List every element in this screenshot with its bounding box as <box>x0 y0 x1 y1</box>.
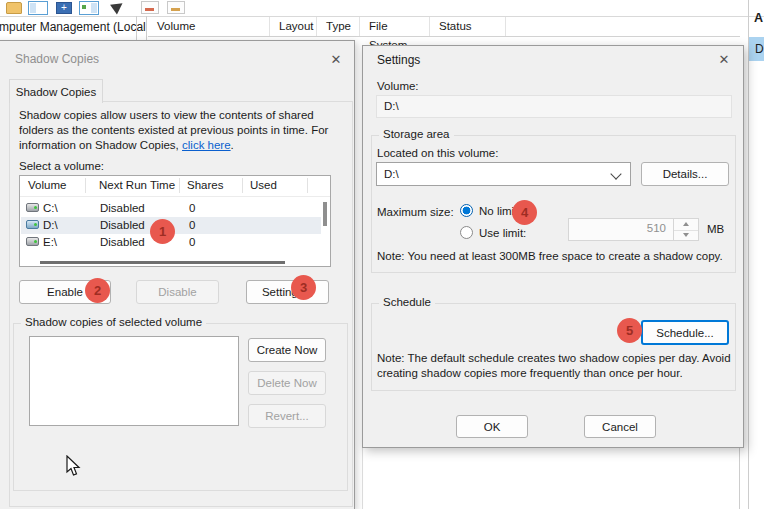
details-button[interactable]: Details... <box>641 162 729 186</box>
chevron-down-icon <box>610 168 621 179</box>
export-list-icon[interactable] <box>141 1 159 14</box>
volume-value: D:\ <box>384 100 399 112</box>
close-icon[interactable]: ✕ <box>709 47 739 71</box>
shadow-copies-tab-page <box>9 101 353 507</box>
add-snapin-icon[interactable]: + <box>56 2 72 14</box>
shadow-copies-dialog-title: Shadow Copies <box>15 52 99 66</box>
located-volume-combo[interactable]: D:\ <box>376 162 631 186</box>
content-pane-right-edge <box>739 448 740 509</box>
folder-icon[interactable] <box>6 2 22 14</box>
groupbox-label: Schedule <box>379 296 435 308</box>
maximum-size-label: Maximum size: <box>377 206 454 218</box>
details-label: Details... <box>663 168 708 180</box>
step-2-badge: 2 <box>85 278 110 303</box>
groupbox-label: Storage area <box>379 128 454 140</box>
mmc-toolbar: + <box>0 0 764 17</box>
column-header-type[interactable]: Type <box>317 17 360 36</box>
panel-splitter-edge <box>146 16 147 40</box>
ok-button[interactable]: OK <box>456 415 528 438</box>
volume-field: D:\ <box>376 95 732 118</box>
spinner-buttons <box>673 219 698 240</box>
tree-item-computer-management[interactable]: mputer Management (Local <box>0 20 146 34</box>
actions-item-label: D <box>755 42 764 56</box>
close-icon[interactable]: ✕ <box>321 47 351 71</box>
schedule-label: Schedule... <box>656 327 714 339</box>
tab-shadow-copies[interactable]: Shadow Copies <box>9 79 103 103</box>
actions-pane-divider <box>748 0 749 509</box>
actions-pane-selected-item[interactable]: D <box>749 37 764 61</box>
use-limit-radio[interactable] <box>460 226 473 239</box>
volume-list-header-row: Volume Layout Type File System Status <box>148 17 740 37</box>
limit-size-spinner[interactable]: 510 <box>568 218 699 241</box>
use-limit-label[interactable]: Use limit: <box>479 227 526 239</box>
tab-label: Shadow Copies <box>16 86 97 98</box>
show-hide-action-pane-icon[interactable] <box>79 1 99 15</box>
help-pointer-icon[interactable] <box>110 0 126 15</box>
panel-splitter[interactable] <box>136 16 137 40</box>
storage-note: Note: You need at least 300MB free space… <box>377 250 723 262</box>
background-edge <box>362 448 363 509</box>
column-header-layout[interactable]: Layout <box>270 17 317 36</box>
settings-dialog-title: Settings <box>377 53 420 67</box>
help-icon[interactable] <box>167 1 185 14</box>
mouse-cursor <box>66 455 82 477</box>
spin-down-icon[interactable] <box>674 230 698 241</box>
combo-value: D:\ <box>384 168 399 180</box>
actions-pane-header: A <box>754 11 763 25</box>
cancel-label: Cancel <box>602 421 638 433</box>
step-3-badge: 3 <box>291 275 316 300</box>
settings-dialog: Settings ✕ Volume: D:\ Storage area Loca… <box>362 45 744 448</box>
step-1-badge: 1 <box>150 219 175 244</box>
column-header-filesystem[interactable]: File System <box>360 17 430 36</box>
step-4-badge: 4 <box>512 200 537 225</box>
schedule-button[interactable]: Schedule... <box>641 320 729 345</box>
show-hide-tree-icon[interactable] <box>28 1 48 15</box>
located-label: Located on this volume: <box>377 147 498 159</box>
mb-unit-label: MB <box>707 223 724 235</box>
step-5-badge: 5 <box>617 318 642 343</box>
cancel-button[interactable]: Cancel <box>584 415 656 438</box>
no-limit-radio[interactable] <box>460 204 473 217</box>
column-header-status[interactable]: Status <box>430 17 506 36</box>
limit-value: 510 <box>647 222 666 234</box>
volume-label: Volume: <box>377 80 419 92</box>
column-header-volume[interactable]: Volume <box>148 17 270 36</box>
ok-label: OK <box>484 421 501 433</box>
schedule-note: Note: The default schedule creates two s… <box>377 351 733 381</box>
